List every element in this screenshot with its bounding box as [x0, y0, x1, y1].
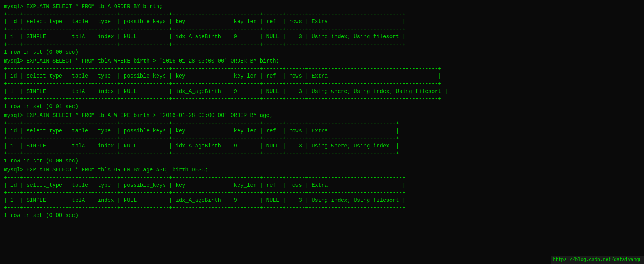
terminal-line: +----+-------------+-------+-------+----… — [4, 174, 640, 182]
terminal-line: +----+-------------+-------+-------+----… — [4, 65, 640, 73]
terminal-line: 1 row in set (0.01 sec) — [4, 103, 640, 111]
terminal-block-block1: mysql> EXPLAIN SELECT * FROM tblA ORDER … — [4, 3, 640, 56]
terminal-line: | 1 | SIMPLE | tblA | index | NULL | idx… — [4, 33, 640, 41]
terminal-line: | 1 | SIMPLE | tblA | index | NULL | idx… — [4, 88, 640, 96]
terminal-block-block2: mysql> EXPLAIN SELECT * FROM tblA WHERE … — [4, 58, 640, 110]
terminal-line: | id | select_type | table | type | poss… — [4, 182, 640, 190]
terminal-line: +----+-------------+-------+-------+----… — [4, 11, 640, 19]
terminal-line: | 1 | SIMPLE | tblA | index | NULL | idx… — [4, 197, 640, 205]
url-bar: https://blog.csdn.net/dataiyangu — [551, 256, 644, 264]
terminal-line: mysql> EXPLAIN SELECT * FROM tblA WHERE … — [4, 58, 640, 65]
terminal-line: +----+-------------+-------+-------+----… — [4, 135, 640, 142]
terminal-line: 1 row in set (0.00 sec) — [4, 49, 640, 56]
terminal-line: | id | select_type | table | type | poss… — [4, 18, 640, 26]
terminal-line: +----+-------------+-------+-------+----… — [4, 95, 640, 103]
terminal-block-block4: mysql> EXPLAIN SELECT * FROM tblA ORDER … — [4, 166, 640, 219]
terminal-line: mysql> EXPLAIN SELECT * FROM tblA ORDER … — [4, 166, 640, 174]
terminal-line: +----+-------------+-------+-------+----… — [4, 120, 640, 127]
terminal-line: +----+-------------+-------+-------+----… — [4, 204, 640, 212]
terminal: mysql> EXPLAIN SELECT * FROM tblA ORDER … — [4, 3, 640, 220]
terminal-line: mysql> EXPLAIN SELECT * FROM tblA WHERE … — [4, 112, 640, 120]
terminal-line: +----+-------------+-------+-------+----… — [4, 189, 640, 197]
terminal-line: | id | select_type | table | type | poss… — [4, 127, 640, 135]
terminal-line: 1 row in set (0.00 sec) — [4, 157, 640, 165]
terminal-block-block3: mysql> EXPLAIN SELECT * FROM tblA WHERE … — [4, 112, 640, 165]
terminal-line: 1 row in set (0.00 sec) — [4, 212, 640, 220]
terminal-line: +----+-------------+-------+-------+----… — [4, 150, 640, 157]
terminal-line: | id | select_type | table | type | poss… — [4, 73, 640, 80]
terminal-line: +----+-------------+-------+-------+----… — [4, 26, 640, 34]
terminal-line: +----+-------------+-------+-------+----… — [4, 41, 640, 49]
terminal-line: mysql> EXPLAIN SELECT * FROM tblA ORDER … — [4, 3, 640, 11]
terminal-line: | 1 | SIMPLE | tblA | index | NULL | idx… — [4, 142, 640, 150]
terminal-line: +----+-------------+-------+-------+----… — [4, 80, 640, 88]
